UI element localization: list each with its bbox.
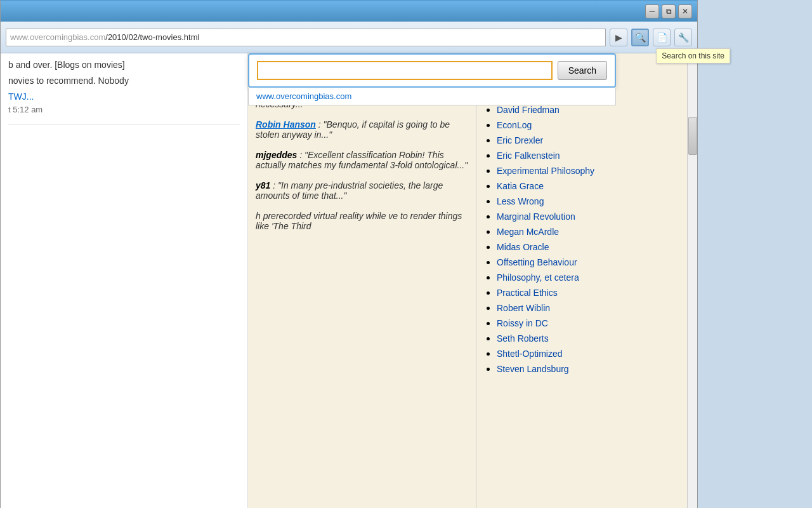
list-item: Less Wrong — [497, 196, 679, 207]
close-button[interactable]: ✕ — [678, 4, 692, 18]
left-panel: b and over. [Blogs on movies] novies to … — [1, 53, 248, 508]
list-item: Practical Ethics — [497, 287, 679, 298]
truncated-text-1: b and over. [Blogs on movies] — [8, 58, 240, 72]
link-shtetl-optimized[interactable]: Shtetl-Optimized — [497, 349, 562, 359]
comment-mjgeddes: mjgeddes : "Excellent classification Rob… — [256, 150, 468, 170]
list-item: Roissy in DC — [497, 318, 679, 329]
link-less-wrong[interactable]: Less Wrong — [497, 196, 544, 206]
list-item: Steven Landsburg — [497, 363, 679, 375]
url-path: /2010/02/two-movies.html — [105, 32, 199, 42]
titlebar: ─ ⧉ ✕ — [1, 1, 697, 22]
link-experimental-philosophy[interactable]: Experimental Philosophy — [497, 166, 594, 176]
comment-y81: y81 : "In many pre-industrial societies,… — [256, 180, 468, 201]
right-sidebar: Choice and Inference Colin Marshall Cosm… — [476, 53, 687, 508]
search-submit-button[interactable]: Search — [558, 61, 607, 80]
robin-hanson-link[interactable]: Robin Hanson — [256, 119, 316, 130]
link-eric-falkenstein[interactable]: Eric Falkenstein — [497, 150, 560, 161]
search-button-toolbar[interactable]: 🔍 — [631, 29, 649, 46]
list-item: Megan McArdle — [497, 226, 679, 237]
list-item: Robert Wiblin — [497, 302, 679, 314]
author-mjgeddes: mjgeddes — [256, 150, 297, 160]
list-item: EconLog — [497, 119, 679, 131]
maximize-button[interactable]: ⧉ — [662, 4, 676, 18]
list-item: David Friedman — [497, 104, 679, 116]
twj-link[interactable]: TWJ... — [8, 91, 34, 102]
page-button[interactable]: 📄 — [653, 29, 671, 46]
address-bar[interactable]: www.overcomingbias.com/2010/02/two-movie… — [6, 29, 606, 46]
sidebar-links-list: Choice and Inference Colin Marshall Cosm… — [484, 58, 679, 375]
middle-panel: Tim Tyler : Malthus discussed resource l… — [248, 53, 476, 508]
list-item: Shtetl-Optimized — [497, 348, 679, 359]
text-vr: h prerecorded virtual reality while ve t… — [256, 211, 462, 231]
link-david-friedman[interactable]: David Friedman — [497, 105, 560, 115]
search-overlay: Search www.overcomingbias.com Search on … — [248, 53, 616, 105]
author-y81: y81 — [256, 180, 270, 190]
link-roissy-in-dc[interactable]: Roissy in DC — [497, 318, 548, 328]
go-button[interactable]: ▶ — [610, 29, 627, 46]
search-tooltip: Search on this site — [656, 48, 730, 64]
list-item: Philosophy, et cetera — [497, 272, 679, 283]
link-marginal-revolution[interactable]: Marginal Revolution — [497, 211, 575, 222]
scrollbar[interactable] — [687, 53, 697, 508]
truncated-text-2: novies to recommend. Nobody — [8, 74, 240, 88]
link-midas-oracle[interactable]: Midas Oracle — [497, 242, 549, 252]
list-item: Offsetting Behaviour — [497, 257, 679, 268]
scrollbar-track — [688, 53, 697, 508]
link-offsetting-behaviour[interactable]: Offsetting Behaviour — [497, 257, 577, 267]
scrollbar-thumb[interactable] — [688, 117, 697, 155]
list-item: Experimental Philosophy — [497, 165, 679, 177]
text-y81: : "In many pre-industrial societies, the… — [256, 180, 443, 201]
list-item: Eric Falkenstein — [497, 150, 679, 161]
link-seth-roberts[interactable]: Seth Roberts — [497, 333, 549, 344]
list-item: Katia Grace — [497, 180, 679, 192]
author-robin-hanson: Robin Hanson — [256, 119, 316, 130]
content-area: b and over. [Blogs on movies] novies to … — [1, 53, 697, 508]
list-item: Marginal Revolution — [497, 211, 679, 222]
list-item: Seth Roberts — [497, 333, 679, 344]
comment-vr: h prerecorded virtual reality while ve t… — [256, 211, 468, 231]
link-katia-grace[interactable]: Katia Grace — [497, 181, 544, 191]
link-megan-mcardle[interactable]: Megan McArdle — [497, 227, 559, 237]
link-econlog[interactable]: EconLog — [497, 120, 532, 130]
search-autocomplete[interactable]: www.overcomingbias.com — [248, 88, 616, 105]
search-box: Search — [248, 53, 616, 88]
url-base: www.overcomingbias.com — [10, 32, 105, 42]
search-input[interactable] — [257, 61, 553, 80]
link-eric-drexler[interactable]: Eric Drexler — [497, 135, 543, 145]
comment-robin-hanson: Robin Hanson : "Benquo, if capital is go… — [256, 119, 468, 140]
link-steven-landsburg[interactable]: Steven Landsburg — [497, 364, 569, 374]
timestamp: t 5:12 am — [8, 104, 240, 116]
link-practical-ethics[interactable]: Practical Ethics — [497, 288, 558, 298]
link-robert-wiblin[interactable]: Robert Wiblin — [497, 303, 550, 313]
divider — [8, 124, 240, 124]
list-item: Midas Oracle — [497, 241, 679, 253]
link-philosophy-et-cetera[interactable]: Philosophy, et cetera — [497, 272, 579, 283]
browser-window: ─ ⧉ ✕ www.overcomingbias.com/2010/02/two… — [0, 0, 698, 508]
list-item: Eric Drexler — [497, 135, 679, 146]
minimize-button[interactable]: ─ — [645, 4, 659, 18]
tools-button[interactable]: 🔧 — [674, 29, 692, 46]
toolbar: www.overcomingbias.com/2010/02/two-movie… — [1, 22, 697, 53]
